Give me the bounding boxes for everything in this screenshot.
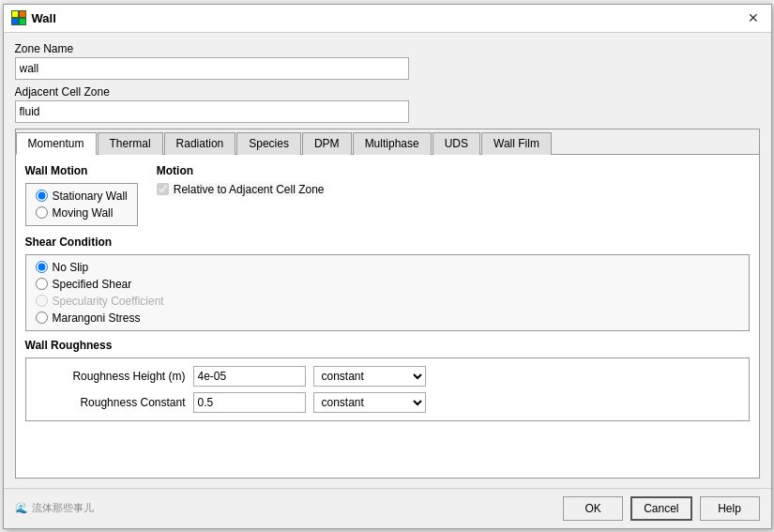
shear-condition-section: Shear Condition No Slip Specified Shear [25, 236, 750, 331]
wall-motion-radio-group: Stationary Wall Moving Wall [36, 190, 128, 220]
moving-wall-radio[interactable] [36, 206, 48, 219]
dialog-body: Zone Name Adjacent Cell Zone Momentum Th… [4, 33, 771, 488]
roughness-constant-input[interactable] [193, 392, 306, 413]
watermark: 🌊 流体那些事儿 [15, 501, 94, 515]
wall-motion-section: Wall Motion Stationary Wall Moving Wall [25, 164, 138, 226]
tab-thermal[interactable]: Thermal [98, 132, 163, 155]
footer-buttons: OK Cancel Help [563, 496, 759, 521]
dialog-footer: 🌊 流体那些事儿 OK Cancel Help [4, 488, 771, 528]
motion-label: Motion [157, 164, 325, 177]
tab-bar: Momentum Thermal Radiation Species DPM M… [16, 129, 759, 155]
roughness-constant-label: Roughness Constant [36, 396, 186, 409]
wall-roughness-label: Wall Roughness [25, 339, 750, 352]
dialog-title: Wall [32, 11, 56, 25]
tab-uds[interactable]: UDS [433, 132, 480, 155]
stationary-wall-radio[interactable] [36, 190, 48, 202]
title-bar: Wall ✕ [4, 5, 771, 33]
specified-shear-label: Specified Shear [53, 278, 132, 291]
wall-motion-label: Wall Motion [25, 164, 138, 177]
roughness-box: Roughness Height (m) constant Roughness … [25, 357, 750, 421]
ok-button[interactable]: OK [563, 496, 623, 521]
moving-wall-option[interactable]: Moving Wall [36, 206, 128, 220]
moving-wall-label: Moving Wall [53, 206, 114, 220]
close-button[interactable]: ✕ [743, 8, 764, 28]
specified-shear-radio[interactable] [36, 278, 48, 290]
adjacent-cell-zone-input[interactable] [15, 100, 409, 123]
relative-to-adjacent-option[interactable]: Relative to Adjacent Cell Zone [157, 183, 325, 196]
tabs-container: Momentum Thermal Radiation Species DPM M… [15, 129, 760, 479]
shear-radio-group: No Slip Specified Shear Specularity Coef… [36, 261, 739, 325]
stationary-wall-option[interactable]: Stationary Wall [36, 190, 128, 203]
marangoni-stress-radio[interactable] [36, 312, 48, 324]
specified-shear-option[interactable]: Specified Shear [36, 278, 739, 291]
zone-name-input[interactable] [15, 57, 409, 80]
tab-wallfilm[interactable]: Wall Film [481, 132, 552, 155]
tab-multiphase[interactable]: Multiphase [353, 132, 432, 155]
wall-motion-motion-row: Wall Motion Stationary Wall Moving Wall [25, 164, 750, 226]
zone-name-label: Zone Name [15, 42, 760, 55]
roughness-height-select[interactable]: constant [313, 366, 426, 387]
wall-motion-box: Stationary Wall Moving Wall [25, 183, 138, 226]
roughness-height-label: Roughness Height (m) [36, 370, 186, 383]
relative-to-adjacent-checkbox[interactable] [157, 183, 169, 195]
wall-dialog: Wall ✕ Zone Name Adjacent Cell Zone Mome… [3, 4, 772, 529]
svg-rect-2 [20, 11, 25, 17]
shear-condition-box: No Slip Specified Shear Specularity Coef… [25, 254, 750, 331]
tab-radiation[interactable]: Radiation [164, 132, 236, 155]
marangoni-stress-label: Marangoni Stress [53, 312, 141, 325]
no-slip-label: No Slip [53, 261, 89, 274]
svg-rect-4 [20, 19, 25, 24]
motion-section: Motion Relative to Adjacent Cell Zone [157, 164, 325, 226]
shear-condition-label: Shear Condition [25, 236, 750, 249]
no-slip-option[interactable]: No Slip [36, 261, 739, 274]
roughness-height-input[interactable] [193, 366, 306, 387]
watermark-icon: 🌊 [15, 502, 28, 514]
tab-dpm[interactable]: DPM [302, 132, 352, 155]
stationary-wall-label: Stationary Wall [53, 190, 128, 203]
adjacent-cell-zone-label: Adjacent Cell Zone [15, 85, 760, 99]
cancel-button[interactable]: Cancel [630, 496, 691, 521]
tab-species[interactable]: Species [236, 132, 301, 155]
zone-name-group: Zone Name [15, 42, 760, 80]
help-button[interactable]: Help [700, 496, 760, 521]
watermark-text: 流体那些事儿 [32, 501, 94, 515]
adjacent-cell-zone-group: Adjacent Cell Zone [15, 85, 760, 123]
roughness-height-row: Roughness Height (m) constant [36, 366, 739, 387]
wall-roughness-section: Wall Roughness Roughness Height (m) cons… [25, 339, 750, 421]
app-icon [11, 10, 26, 25]
svg-rect-1 [12, 11, 18, 17]
tab-momentum[interactable]: Momentum [16, 132, 97, 155]
specularity-coefficient-label: Specularity Coefficient [53, 295, 164, 308]
motion-box: Relative to Adjacent Cell Zone [157, 183, 325, 196]
specularity-coefficient-option[interactable]: Specularity Coefficient [36, 295, 739, 308]
relative-to-adjacent-label: Relative to Adjacent Cell Zone [174, 183, 325, 196]
momentum-tab-content: Wall Motion Stationary Wall Moving Wall [16, 155, 759, 478]
svg-rect-3 [12, 19, 18, 24]
title-bar-left: Wall [11, 10, 56, 25]
roughness-constant-row: Roughness Constant constant [36, 392, 739, 413]
specularity-coefficient-radio[interactable] [36, 295, 48, 307]
roughness-constant-select[interactable]: constant [313, 392, 426, 413]
marangoni-stress-option[interactable]: Marangoni Stress [36, 312, 739, 325]
no-slip-radio[interactable] [36, 261, 48, 273]
